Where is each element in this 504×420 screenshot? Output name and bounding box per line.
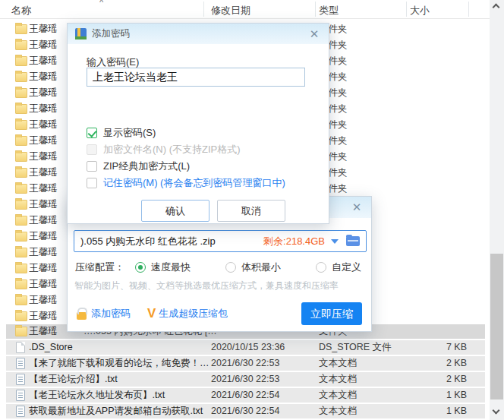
folder-icon [15,88,27,98]
password-input[interactable] [87,68,305,87]
browse-folder-icon[interactable] [346,236,360,246]
super-pack-icon: V [147,306,156,321]
radio-smallest[interactable]: 体积最小 [225,261,281,274]
checkbox-icon[interactable] [87,161,97,172]
cancel-button[interactable]: 取消 [217,200,285,222]
file-size: 2 KB [406,372,467,387]
file-type: 文本文档 [319,356,357,371]
file-date: 2021/6/30 22:53 [211,372,279,387]
compress-config-row: 压缩配置： 速度最快 体积最小 自定义 [75,261,361,274]
file-row[interactable]: 获取最新地址及APP请发邮箱自动获取.txt 2021/6/30 22:54 文… [0,404,490,418]
disk-space-remaining: 剩余:218.4GB [263,235,325,248]
column-divider[interactable] [203,2,204,17]
radio-icon[interactable] [316,262,326,273]
folder-name: 王馨瑶 [29,165,58,181]
text-file-icon [16,390,25,401]
sort-ascending-icon[interactable]: ^ [99,0,103,6]
compress-now-button[interactable]: 立即压缩 [301,302,362,325]
password-dialog-header: 添加密码 ✕ [68,24,329,44]
compress-config-label: 压缩配置： [75,261,124,274]
file-name: 【来了就能下载和观看的论坛，纯免费！… [29,356,209,371]
scroll-up-icon[interactable] [493,3,499,9]
scrollbar-thumb[interactable] [490,254,503,399]
archive-filename[interactable]: ).055 内购无水印 红色花花 .zip [74,235,263,248]
file-row[interactable]: 【老王论坛永久地址发布页】.txt 2021/6/30 22:54 文本文档 1… [0,388,490,403]
checkbox-icon [87,144,97,155]
vertical-scrollbar[interactable] [490,0,504,420]
radio-icon[interactable] [135,262,146,273]
folder-icon [15,56,27,66]
add-password-dialog: 添加密码 ✕ 输入密码(E) 显示密码(S) 加密文件名(N) (不支持ZIP格… [67,23,329,224]
folder-icon [15,104,27,114]
radio-label: 速度最快 [151,261,191,274]
folder-icon [15,200,27,210]
file-row[interactable]: 【来了就能下载和观看的论坛，纯免费！… 2021/6/30 22:53 文本文档… [0,356,490,371]
folder-name: 王馨瑶 [29,245,58,261]
column-divider[interactable] [315,2,316,17]
close-icon[interactable]: ✕ [307,27,321,41]
folder-icon [15,184,27,194]
radio-icon[interactable] [225,262,236,273]
folder-name: 王馨瑶 [29,308,58,324]
folder-name: 王馨瑶 [29,324,58,339]
explorer-window: ^ 名称 修改日期 类型 大小 王馨瑶 文件夹 王馨瑶 文件夹 王馨瑶 [0,0,504,420]
blank-file-icon [16,342,25,353]
checkbox-show-password[interactable]: 显示密码(S) [87,125,285,141]
checkbox-zip-classic[interactable]: ZIP经典加密方式(L) [87,158,285,175]
scroll-down-icon[interactable] [493,409,499,415]
folder-icon [15,72,27,82]
archive-filename-field[interactable]: ).055 内购无水印 红色花花 .zip 剩余:218.4GB [74,230,367,252]
file-row[interactable]: .DS_Store 2020/10/15 23:36 DS_STORE 文件 7… [0,340,490,355]
checkbox-remember-password[interactable]: 记住密码(M) (将会备忘到密码管理窗口中) [87,175,285,191]
folder-icon [15,264,27,273]
radio-custom[interactable]: 自定义 [316,261,361,274]
checkbox-icon[interactable] [87,178,97,188]
folder-name: 王馨瑶 [29,21,58,37]
folder-name: 王馨瑶 [29,101,58,117]
folder-name: 王馨瑶 [29,292,58,308]
folder-name: 王馨瑶 [29,149,58,165]
file-type: DS_STORE 文件 [319,340,392,355]
file-date: 2020/10/15 23:36 [211,340,285,355]
folder-icon [15,120,27,130]
column-divider[interactable] [468,2,469,17]
folder-name: 王馨瑶 [29,85,58,101]
chevron-down-icon[interactable] [331,239,339,244]
list-column-header: ^ 名称 修改日期 类型 大小 [0,0,490,19]
file-type: 文本文档 [319,404,357,418]
folder-icon [15,152,27,162]
folder-icon [15,327,27,336]
column-header-size[interactable]: 大小 [410,4,430,17]
checkbox-encrypt-filenames: 加密文件名(N) (不支持ZIP格式) [87,141,285,158]
folder-name: 王馨瑶 [29,197,58,213]
folder-icon [15,248,27,257]
confirm-button[interactable]: 确认 [141,200,209,222]
folder-name: 王馨瑶 [29,181,58,197]
column-header-name[interactable]: 名称 [11,4,31,17]
checkbox-label: ZIP经典加密方式(L) [103,159,190,173]
folder-name: 王馨瑶 [29,261,58,276]
folder-icon [15,136,27,146]
radio-fastest[interactable]: 速度最快 [135,261,191,274]
file-size: 7 KB [406,340,467,355]
column-header-date[interactable]: 修改日期 [211,4,250,17]
file-row[interactable]: 【老王论坛介绍】.txt 2021/6/30 22:53 文本文档 2 KB [0,372,490,387]
text-file-icon [16,358,25,369]
column-divider[interactable] [406,2,407,17]
file-date: 2021/6/30 22:54 [211,388,279,403]
folder-name: 王馨瑶 [29,133,58,149]
radio-label: 自定义 [332,261,361,274]
file-type: 文本文档 [319,388,357,403]
checkbox-label: 显示密码(S) [103,126,156,140]
folder-icon [15,295,27,305]
add-password-link[interactable]: 添加密码 [91,307,131,321]
close-icon[interactable]: ✕ [350,201,364,214]
folder-name: 王馨瑶 [29,117,58,133]
compress-actions-row: 添加密码 V 生成超级压缩包 立即压缩 [77,302,362,325]
file-size: 1 KB [406,404,467,418]
file-name: 【老王论坛介绍】.txt [29,372,118,387]
checkbox-icon[interactable] [87,128,97,138]
column-header-type[interactable]: 类型 [319,4,339,17]
super-pack-link[interactable]: 生成超级压缩包 [159,307,228,321]
file-name: 获取最新地址及APP请发邮箱自动获取.txt [29,404,203,418]
